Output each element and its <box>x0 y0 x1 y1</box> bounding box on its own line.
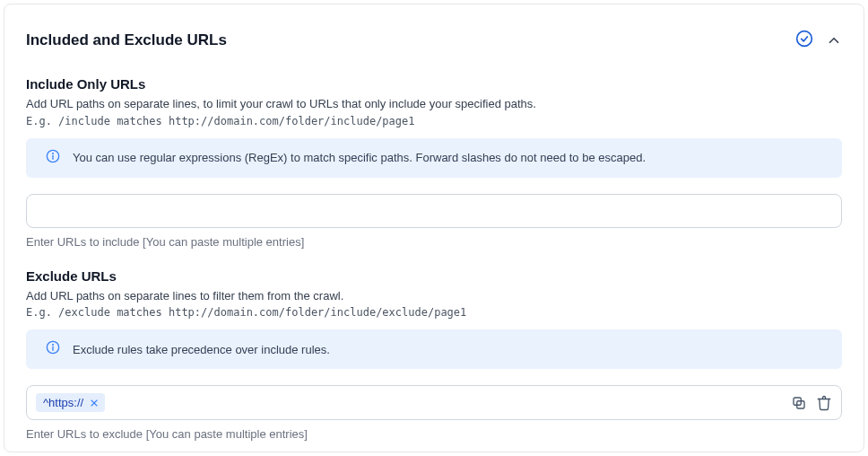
exclude-row-actions <box>791 395 832 411</box>
exclude-helper: Enter URLs to exclude [You can paste mul… <box>26 427 842 441</box>
panel-header: Included and Exclude URLs <box>26 30 842 51</box>
check-circle-icon <box>795 30 813 51</box>
include-section: Include Only URLs Add URL paths on separ… <box>26 76 842 249</box>
include-info-text: You can use regular expressions (RegEx) … <box>73 151 646 164</box>
exclude-title: Exclude URLs <box>26 268 842 284</box>
include-title: Include Only URLs <box>26 76 842 92</box>
chip-label: ^https:// <box>43 396 83 409</box>
include-desc: Add URL paths on separate lines, to limi… <box>26 95 842 113</box>
include-input-row[interactable] <box>26 194 842 228</box>
exclude-input[interactable] <box>112 396 784 409</box>
url-filter-panel: Included and Exclude URLs Include Only U… <box>4 4 864 452</box>
exclude-desc: Add URL paths on separate lines to filte… <box>26 287 842 305</box>
svg-point-6 <box>53 345 54 346</box>
panel-header-actions <box>795 30 842 51</box>
include-helper: Enter URLs to include [You can paste mul… <box>26 235 842 249</box>
include-info-box: You can use regular expressions (RegEx) … <box>26 138 842 178</box>
exclude-example: E.g. /exclude matches http://domain.com/… <box>26 306 842 319</box>
info-icon <box>46 149 60 167</box>
delete-button[interactable] <box>816 395 832 411</box>
include-example: E.g. /include matches http://domain.com/… <box>26 115 842 127</box>
exclude-info-box: Exclude rules take precedence over inclu… <box>26 329 842 369</box>
exclude-section: Exclude URLs Add URL paths on separate l… <box>26 268 842 442</box>
collapse-toggle[interactable] <box>826 32 842 48</box>
include-input[interactable] <box>36 204 832 217</box>
svg-point-3 <box>53 153 54 153</box>
exclude-info-text: Exclude rules take precedence over inclu… <box>73 343 330 356</box>
svg-point-0 <box>797 31 812 47</box>
copy-button[interactable] <box>791 395 807 411</box>
exclude-input-row[interactable]: ^https:// <box>26 385 842 420</box>
exclude-chip[interactable]: ^https:// <box>36 393 105 412</box>
info-icon <box>46 340 60 358</box>
chip-remove-icon[interactable] <box>89 398 100 408</box>
panel-title: Included and Exclude URLs <box>26 31 227 49</box>
